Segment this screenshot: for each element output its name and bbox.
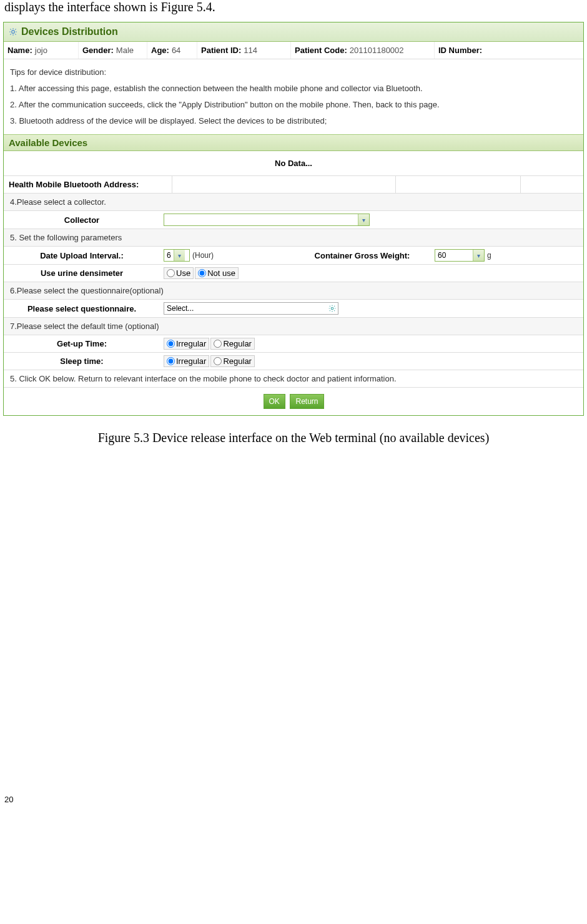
getup-irregular-radio[interactable]: Irregular bbox=[164, 338, 209, 350]
collector-dropdown[interactable]: ▾ bbox=[164, 214, 370, 226]
tip-1: 1. After accessing this page, establish … bbox=[10, 81, 577, 97]
panel-header: Devices Distribution bbox=[4, 22, 583, 42]
gear-icon bbox=[327, 303, 338, 314]
hba-cell-2 bbox=[396, 176, 521, 193]
getup-time-label: Get-up Time: bbox=[4, 335, 160, 352]
questionnaire-dropdown[interactable]: Select... bbox=[164, 302, 338, 315]
dui-suffix: (Hour) bbox=[192, 251, 214, 260]
no-data-message: No Data... bbox=[4, 151, 583, 176]
hba-cell-3 bbox=[521, 176, 583, 193]
parameters-row-1: Date Upload Interval.: 6 ▾ (Hour) Contai… bbox=[4, 247, 583, 265]
questionnaire-label: Please select questionnaire. bbox=[4, 300, 160, 317]
questionnaire-placeholder: Select... bbox=[167, 304, 194, 313]
name-value: jojo bbox=[35, 46, 47, 55]
getup-time-row: Get-up Time: Irregular Regular bbox=[4, 335, 583, 353]
date-upload-interval-dropdown[interactable]: 6 ▾ bbox=[164, 249, 190, 262]
step-6: 6.Please select the questionnaire(option… bbox=[4, 282, 583, 300]
age-label: Age: bbox=[151, 46, 169, 55]
step-5b: 5. Click OK below. Return to relevant in… bbox=[4, 370, 583, 388]
sleep-time-row: Sleep time: Irregular Regular bbox=[4, 353, 583, 370]
dui-value: 6 bbox=[164, 251, 174, 260]
devices-distribution-panel: Devices Distribution Name: jojo Gender: … bbox=[3, 22, 584, 416]
svg-point-0 bbox=[12, 31, 15, 34]
age-value: 64 bbox=[172, 46, 180, 55]
hba-label: Health Mobile Bluetooth Address: bbox=[4, 176, 172, 193]
chevron-down-icon: ▾ bbox=[358, 214, 369, 225]
gear-icon bbox=[9, 27, 17, 36]
chevron-down-icon: ▾ bbox=[473, 250, 484, 261]
tips-section: Tips for device distribution: 1. After a… bbox=[4, 59, 583, 134]
chevron-down-icon: ▾ bbox=[174, 250, 185, 261]
gender-label: Gender: bbox=[82, 46, 114, 55]
ok-button[interactable]: OK bbox=[264, 394, 285, 409]
page-number: 20 bbox=[3, 795, 584, 804]
patient-id-label: Patient ID: bbox=[201, 46, 241, 55]
panel-title: Devices Distribution bbox=[21, 26, 118, 37]
tip-3: 3. Bluetooth address of the device will … bbox=[10, 113, 577, 129]
sleep-irregular-radio[interactable]: Irregular bbox=[164, 355, 209, 367]
tips-heading: Tips for device distribution: bbox=[10, 64, 577, 81]
figure-caption: Figure 5.3 Device release interface on t… bbox=[3, 431, 584, 445]
collector-label: Collector bbox=[4, 212, 160, 229]
collector-row: Collector ▾ bbox=[4, 211, 583, 229]
step-5: 5. Set the following parameters bbox=[4, 229, 583, 247]
buttons-row: OK Return bbox=[4, 388, 583, 415]
container-gross-weight-dropdown[interactable]: 60 ▾ bbox=[435, 249, 485, 262]
patient-info-row: Name: jojo Gender: Male Age: 64 Patient … bbox=[4, 42, 583, 59]
bluetooth-address-row: Health Mobile Bluetooth Address: bbox=[4, 176, 583, 194]
container-gross-weight-label: Container Gross Weight: bbox=[294, 247, 431, 264]
name-label: Name: bbox=[7, 46, 32, 55]
patient-code-label: Patient Code: bbox=[295, 46, 347, 55]
getup-regular-radio[interactable]: Regular bbox=[210, 338, 255, 350]
intro-text: displays the interface shown is Figure 5… bbox=[3, 0, 584, 14]
sleep-time-label: Sleep time: bbox=[4, 353, 160, 370]
cgw-suffix: g bbox=[487, 251, 491, 260]
tip-2: 2. After the communication succeeds, cli… bbox=[10, 97, 577, 113]
return-button[interactable]: Return bbox=[290, 394, 323, 409]
id-number-label: ID Number: bbox=[438, 46, 482, 55]
date-upload-interval-label: Date Upload Interval.: bbox=[4, 247, 160, 264]
step-4: 4.Please select a collector. bbox=[4, 194, 583, 211]
densimeter-use-radio[interactable]: Use bbox=[164, 267, 194, 279]
step-7: 7.Please select the default time (option… bbox=[4, 318, 583, 335]
gender-value: Male bbox=[116, 46, 134, 55]
densimeter-row: Use urine densimeter Use Not use bbox=[4, 265, 583, 282]
cgw-value: 60 bbox=[435, 251, 473, 260]
densimeter-label: Use urine densimeter bbox=[4, 265, 160, 282]
questionnaire-row: Please select questionnaire. Select... bbox=[4, 300, 583, 318]
sleep-regular-radio[interactable]: Regular bbox=[210, 355, 255, 367]
patient-id-value: 114 bbox=[244, 46, 257, 55]
patient-code-value: 201101180002 bbox=[350, 46, 404, 55]
svg-point-1 bbox=[331, 307, 333, 310]
densimeter-notuse-radio[interactable]: Not use bbox=[195, 267, 239, 279]
hba-cell-1 bbox=[172, 176, 396, 193]
available-devices-header: Available Devices bbox=[4, 134, 583, 151]
